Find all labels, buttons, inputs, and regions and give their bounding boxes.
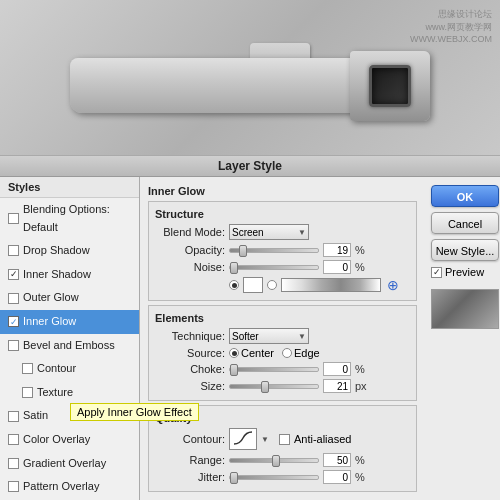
- ok-button[interactable]: OK: [431, 185, 499, 207]
- size-input[interactable]: [323, 379, 351, 393]
- label-inner-glow: Inner Glow: [23, 313, 76, 331]
- sidebar-item-pattern-overlay[interactable]: Pattern Overlay: [0, 475, 139, 499]
- choke-row: Choke: %: [155, 362, 410, 376]
- anti-alias-checkbox[interactable]: [279, 434, 290, 445]
- technique-select[interactable]: Softer ▼: [229, 328, 309, 344]
- checkbox-gradient-overlay[interactable]: [8, 458, 19, 469]
- jitter-slider[interactable]: [229, 475, 319, 480]
- checkbox-drop-shadow[interactable]: [8, 245, 19, 256]
- label-pattern-overlay: Pattern Overlay: [23, 478, 99, 496]
- checkbox-contour[interactable]: [22, 363, 33, 374]
- radio-center-item[interactable]: Center: [229, 347, 274, 359]
- choke-label: Choke:: [155, 363, 225, 375]
- sidebar-item-inner-shadow[interactable]: Inner Shadow: [0, 263, 139, 287]
- styles-panel-title: Styles: [0, 177, 139, 198]
- color-mode-row: ⊕: [155, 277, 410, 293]
- noise-input[interactable]: [323, 260, 351, 274]
- choke-thumb[interactable]: [230, 364, 238, 376]
- label-outer-glow: Outer Glow: [23, 289, 79, 307]
- sidebar-item-bevel-emboss[interactable]: Bevel and Emboss: [0, 334, 139, 358]
- contour-label: Contour:: [155, 433, 225, 445]
- range-slider[interactable]: [229, 458, 319, 463]
- label-gradient-overlay: Gradient Overlay: [23, 455, 106, 473]
- size-thumb[interactable]: [261, 381, 269, 393]
- opacity-row: Opacity: %: [155, 243, 410, 257]
- blend-mode-select[interactable]: Screen ▼: [229, 224, 309, 240]
- checkbox-satin[interactable]: [8, 411, 19, 422]
- label-drop-shadow: Drop Shadow: [23, 242, 90, 260]
- checkbox-blending[interactable]: [8, 213, 19, 224]
- size-row: Size: px: [155, 379, 410, 393]
- contour-dropdown-icon[interactable]: ▼: [261, 435, 269, 444]
- new-style-button[interactable]: New Style...: [431, 239, 499, 261]
- elements-title: Elements: [155, 312, 410, 324]
- tooltip: Apply Inner Glow Effect: [70, 403, 199, 421]
- dialog-title-bar: Layer Style: [0, 155, 500, 177]
- radio-edge-item[interactable]: Edge: [282, 347, 320, 359]
- cancel-button[interactable]: Cancel: [431, 212, 499, 234]
- noise-thumb[interactable]: [230, 262, 238, 274]
- range-unit: %: [355, 454, 365, 466]
- preview-swatch: [431, 289, 499, 329]
- device-body: [70, 58, 360, 113]
- blend-mode-arrow-icon: ▼: [298, 228, 306, 237]
- technique-value: Softer: [232, 331, 259, 342]
- preview-checkbox[interactable]: [431, 267, 442, 278]
- sidebar-item-outer-glow[interactable]: Outer Glow: [0, 286, 139, 310]
- range-label: Range:: [155, 454, 225, 466]
- section-title-inner-glow: Inner Glow: [148, 185, 417, 197]
- opacity-input[interactable]: [323, 243, 351, 257]
- size-slider[interactable]: [229, 384, 319, 389]
- sidebar-item-gradient-overlay[interactable]: Gradient Overlay: [0, 452, 139, 476]
- device-end: [350, 51, 430, 121]
- sidebar-item-color-overlay[interactable]: Color Overlay: [0, 428, 139, 452]
- choke-slider[interactable]: [229, 367, 319, 372]
- range-thumb[interactable]: [272, 455, 280, 467]
- size-label: Size:: [155, 380, 225, 392]
- sidebar-item-drop-shadow[interactable]: Drop Shadow: [0, 239, 139, 263]
- gradient-preview[interactable]: [281, 278, 381, 292]
- preview-label: Preview: [445, 266, 484, 278]
- blend-mode-label: Blend Mode:: [155, 226, 225, 238]
- sidebar-item-texture[interactable]: Texture: [0, 381, 139, 405]
- checkbox-bevel-emboss[interactable]: [8, 340, 19, 351]
- watermark: 思缘设计论坛 www.网页教学网 WWW.WEBJX.COM: [410, 8, 492, 46]
- checkbox-texture[interactable]: [22, 387, 33, 398]
- radio-center[interactable]: [229, 348, 239, 358]
- checkbox-outer-glow[interactable]: [8, 293, 19, 304]
- buttons-panel: OK Cancel New Style... Preview: [425, 177, 500, 500]
- radio-color[interactable]: [229, 280, 239, 290]
- sidebar-item-contour[interactable]: Contour: [0, 357, 139, 381]
- range-input[interactable]: [323, 453, 351, 467]
- radio-center-label: Center: [241, 347, 274, 359]
- gradient-arrow-icon[interactable]: ⊕: [387, 277, 399, 293]
- sidebar-item-blending[interactable]: Blending Options: Default: [0, 198, 139, 239]
- contour-preview[interactable]: [229, 428, 257, 450]
- checkbox-pattern-overlay[interactable]: [8, 481, 19, 492]
- color-swatch-white[interactable]: [243, 277, 263, 293]
- radio-gradient[interactable]: [267, 280, 277, 290]
- label-bevel-emboss: Bevel and Emboss: [23, 337, 115, 355]
- jitter-input[interactable]: [323, 470, 351, 484]
- opacity-label: Opacity:: [155, 244, 225, 256]
- opacity-thumb[interactable]: [239, 245, 247, 257]
- choke-input[interactable]: [323, 362, 351, 376]
- checkbox-inner-shadow[interactable]: [8, 269, 19, 280]
- label-color-overlay: Color Overlay: [23, 431, 90, 449]
- source-label: Source:: [155, 347, 225, 359]
- technique-row: Technique: Softer ▼: [155, 328, 410, 344]
- device-scanner: [369, 65, 411, 107]
- checkbox-color-overlay[interactable]: [8, 434, 19, 445]
- opacity-slider[interactable]: [229, 248, 319, 253]
- radio-edge[interactable]: [282, 348, 292, 358]
- noise-label: Noise:: [155, 261, 225, 273]
- jitter-thumb[interactable]: [230, 472, 238, 484]
- technique-label: Technique:: [155, 330, 225, 342]
- sidebar-item-inner-glow[interactable]: Inner Glow: [0, 310, 139, 334]
- radio-edge-label: Edge: [294, 347, 320, 359]
- preview-row: Preview: [431, 266, 494, 278]
- noise-slider[interactable]: [229, 265, 319, 270]
- blend-mode-row: Blend Mode: Screen ▼: [155, 224, 410, 240]
- checkbox-inner-glow[interactable]: [8, 316, 19, 327]
- source-row: Source: Center Edge: [155, 347, 410, 359]
